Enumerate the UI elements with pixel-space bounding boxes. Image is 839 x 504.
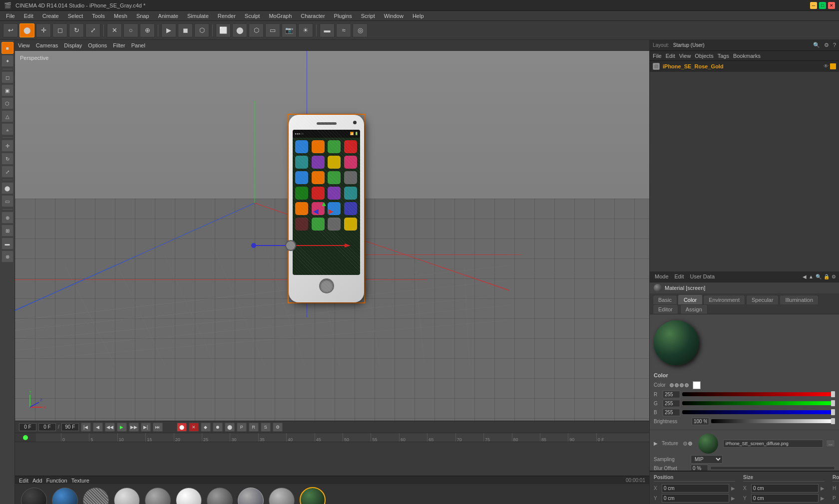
play-back-btn[interactable]: ◀◀ (105, 423, 115, 432)
pos-y-input[interactable] (662, 494, 729, 503)
obj-menu-edit[interactable]: Edit (666, 53, 675, 59)
record-all-btn[interactable]: ⬤ (225, 423, 235, 432)
render-to-picture-btn[interactable]: ▶ (161, 23, 176, 37)
prop-back-icon[interactable]: ◀ (803, 274, 807, 279)
tab-assign[interactable]: Assign (680, 304, 708, 314)
vp-menu-options[interactable]: Options (88, 42, 107, 48)
channel-r-slider[interactable] (682, 392, 835, 396)
obj-menu-bookmarks[interactable]: Bookmarks (733, 53, 761, 59)
tab-illumination[interactable]: Illumination (780, 295, 819, 304)
menu-edit[interactable]: Edit (20, 12, 37, 20)
timeline-settings-btn[interactable]: ⚙ (273, 423, 283, 432)
blur-offset-input[interactable] (691, 465, 708, 471)
record-rot-btn[interactable]: R (249, 423, 259, 432)
camera-btn[interactable]: 📷 (282, 23, 297, 37)
texture-thumbnail[interactable] (698, 434, 718, 454)
channel-r-input[interactable] (663, 391, 680, 398)
keyframe-btn[interactable]: ⬤ (177, 423, 187, 432)
tab-color[interactable]: Color (678, 295, 702, 304)
light-btn[interactable]: ☀ (298, 23, 313, 37)
tool-axis[interactable]: ⊗ (1, 251, 13, 262)
prop-user-data[interactable]: User Data (688, 273, 717, 279)
texture-browse-button[interactable]: ... (826, 440, 835, 447)
tool-grid[interactable]: ⊞ (1, 225, 13, 237)
tool-live-select[interactable]: ⬤ (1, 182, 13, 194)
blur-offset-bar[interactable] (710, 466, 835, 470)
tool-rotate[interactable]: ↻ (1, 153, 13, 165)
tool-points[interactable]: ✦ (1, 55, 13, 67)
menu-help[interactable]: Help (409, 12, 428, 20)
vp-menu-display[interactable]: Display (64, 42, 82, 48)
tab-specular[interactable]: Specular (746, 295, 779, 304)
menu-sculpt[interactable]: Sculpt (241, 12, 264, 20)
menu-animate[interactable]: Animate (154, 12, 182, 20)
play-forward-btn[interactable]: ▶ (117, 423, 127, 432)
material-screen[interactable]: screen (298, 486, 328, 504)
channel-b-slider[interactable] (682, 410, 835, 414)
menu-render[interactable]: Render (214, 12, 240, 20)
menu-mograph[interactable]: MoGraph (265, 12, 296, 20)
color-dot-2[interactable] (675, 383, 679, 387)
move-tool-button[interactable]: ✛ (36, 23, 51, 37)
tool-scene[interactable]: ▣ (1, 84, 13, 96)
channel-g-slider[interactable] (682, 401, 835, 405)
tool-move[interactable]: ✛ (1, 140, 13, 152)
tool-model[interactable]: ■ (1, 42, 13, 54)
prop-search-icon[interactable]: 🔍 (816, 274, 822, 279)
frame-current-input[interactable] (38, 423, 56, 431)
undo-button[interactable]: ↩ (3, 23, 18, 37)
obj-menu-file[interactable]: File (653, 53, 662, 59)
mat-menu-texture[interactable]: Texture (71, 478, 89, 484)
material-flash-plast[interactable]: flash_plast (112, 487, 142, 504)
menu-window[interactable]: Window (380, 12, 408, 20)
render-settings-btn[interactable]: ⊕ (140, 23, 155, 37)
texture-dot-1[interactable] (683, 442, 687, 446)
brightness-input[interactable] (692, 418, 709, 425)
vp-menu-filter[interactable]: Filter (113, 42, 125, 48)
material-glass[interactable]: glass (236, 487, 266, 504)
search-icon[interactable]: 🔍 (813, 42, 820, 48)
tool-edge[interactable]: △ (1, 110, 13, 122)
rotate-button[interactable]: ↻ (69, 23, 84, 37)
menu-tools[interactable]: Tools (88, 12, 109, 20)
render-to-viewer-btn[interactable]: ◼ (178, 23, 193, 37)
cylinder-btn[interactable]: ⬡ (249, 23, 264, 37)
material-glas-blue[interactable]: glas_blue (50, 487, 80, 504)
maximize-button[interactable]: □ (819, 2, 826, 9)
tool-rect-select[interactable]: ▭ (1, 195, 13, 207)
prop-more-icon[interactable]: ⚙ (832, 274, 836, 279)
material-plastic-gray[interactable]: plastic_gre (19, 487, 49, 504)
menu-plugins[interactable]: Plugins (330, 12, 356, 20)
menu-snap[interactable]: Snap (132, 12, 153, 20)
size-y-input[interactable] (751, 494, 819, 503)
mat-menu-add[interactable]: Add (32, 478, 42, 484)
record-btn[interactable]: ⏺ (213, 423, 223, 432)
tab-editor[interactable]: Editor (653, 304, 678, 314)
material-metal-gray2[interactable]: metal_gray (205, 487, 235, 504)
vp-menu-panel[interactable]: Panel (131, 42, 145, 48)
menu-create[interactable]: Create (38, 12, 63, 20)
null-btn[interactable]: ◎ (353, 23, 368, 37)
tool-snap[interactable]: ⊕ (1, 212, 13, 224)
menu-simulate[interactable]: Simulate (183, 12, 213, 20)
scale-button[interactable]: ⤢ (85, 23, 100, 37)
mat-menu-function[interactable]: Function (46, 478, 67, 484)
render-region-btn[interactable]: ○ (123, 23, 138, 37)
menu-select[interactable]: Select (64, 12, 87, 20)
tool-spline[interactable]: ⟁ (1, 123, 13, 135)
texture-name-input[interactable] (723, 440, 823, 448)
play-prev-btn[interactable]: ◀ (93, 423, 103, 432)
keyframe-prev-btn[interactable]: ◆ (201, 423, 211, 432)
frame-start-input[interactable] (19, 423, 36, 431)
obj-menu-objects[interactable]: Objects (695, 53, 713, 59)
vp-menu-view[interactable]: View (18, 42, 30, 48)
obj-menu-tags[interactable]: Tags (718, 53, 729, 59)
color-dot-4[interactable] (685, 383, 689, 387)
tool-object[interactable]: ◻ (1, 71, 13, 83)
record-pos-btn[interactable]: P (237, 423, 247, 432)
minimize-button[interactable]: ─ (810, 2, 817, 9)
tab-basic[interactable]: Basic (653, 295, 677, 304)
play-end2-btn[interactable]: ⏭ (153, 423, 163, 432)
menu-character[interactable]: Character (297, 12, 329, 20)
prop-mode[interactable]: Mode (653, 273, 671, 279)
